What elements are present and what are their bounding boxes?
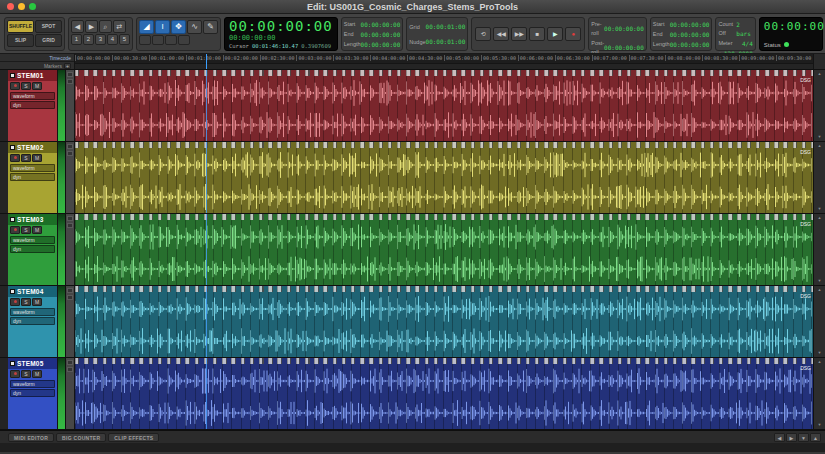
record-enable-button[interactable]	[10, 226, 20, 234]
sub-counter-value[interactable]: 00:00:00:00	[229, 34, 333, 42]
solo-button[interactable]: S	[21, 82, 31, 90]
automation-mode-selector[interactable]: dyn	[10, 173, 55, 181]
solo-button[interactable]: S	[21, 154, 31, 162]
main-counter-value[interactable]: 00:00:00:00	[229, 19, 333, 34]
play-button[interactable]: ▶	[547, 27, 563, 41]
markers-ruler[interactable]	[75, 63, 813, 69]
countoff-value[interactable]: 2 bars	[736, 20, 753, 38]
horizontal-zoom-out-icon[interactable]: ▼	[798, 433, 809, 442]
automation-mode-selector[interactable]: dyn	[10, 245, 55, 253]
track-header[interactable]: STEM02 S M waveform dyn	[8, 142, 58, 213]
track-header[interactable]: STEM04 S M waveform dyn	[8, 286, 58, 357]
track-select-chip[interactable]	[10, 73, 15, 78]
track-up-icon[interactable]: ▲	[818, 288, 822, 292]
track-down-icon[interactable]: ▼	[818, 423, 822, 427]
mute-button[interactable]: M	[32, 370, 42, 378]
track-down-icon[interactable]: ▼	[818, 351, 822, 355]
zoom-preset-button[interactable]: 5	[119, 34, 130, 45]
track-select-chip[interactable]	[10, 217, 15, 222]
track-up-icon[interactable]: ▲	[818, 144, 822, 148]
zoom-window-button[interactable]	[29, 3, 36, 10]
selector-tool-icon[interactable]: I	[155, 20, 170, 34]
timecode-ruler-label[interactable]: Timecode	[49, 55, 71, 61]
automation-mode-selector[interactable]: dyn	[10, 101, 55, 109]
track-controls-column[interactable]	[66, 142, 75, 213]
scroll-right-icon[interactable]: ▶	[786, 433, 797, 442]
spot-mode-button[interactable]: SPOT	[35, 20, 62, 33]
track-down-icon[interactable]: ▼	[818, 207, 822, 211]
minimize-window-button[interactable]	[18, 3, 25, 10]
track-view-selector[interactable]: waveform	[10, 164, 55, 172]
track-view-selector[interactable]: waveform	[10, 236, 55, 244]
transport-start-value[interactable]: 00:00:00:00	[670, 20, 710, 29]
bottom-tab-big-counter[interactable]: BIG COUNTER	[56, 433, 106, 442]
tool-option-button[interactable]	[165, 35, 177, 45]
record-enable-button[interactable]	[10, 82, 20, 90]
shuffle-mode-button[interactable]: SHUFFLE	[7, 20, 34, 33]
track-lane[interactable]: DSG	[75, 214, 813, 285]
track-controls-column[interactable]	[66, 286, 75, 357]
solo-button[interactable]: S	[21, 226, 31, 234]
track-height-controls[interactable]: ▲ ▼	[813, 142, 825, 213]
transport-length-value[interactable]: 00:00:00:00	[670, 40, 710, 49]
track-view-selector[interactable]: waveform	[10, 308, 55, 316]
record-enable-button[interactable]	[10, 154, 20, 162]
bottom-tab-clip-effects[interactable]: CLIP EFFECTS	[108, 433, 159, 442]
track-height-controls[interactable]: ▲ ▼	[813, 70, 825, 141]
track-up-icon[interactable]: ▲	[818, 360, 822, 364]
track-name-bar[interactable]: STEM05	[8, 358, 57, 369]
track-lane[interactable]: DSG	[75, 70, 813, 141]
track-controls-column[interactable]	[66, 358, 75, 429]
stop-button[interactable]: ■	[529, 27, 545, 41]
transport-end-value[interactable]: 00:00:00:00	[670, 30, 710, 39]
track-height-controls[interactable]: ▲ ▼	[813, 214, 825, 285]
link-timeline-icon[interactable]: ⇄	[113, 20, 126, 33]
close-window-button[interactable]	[7, 3, 14, 10]
record-enable-button[interactable]	[10, 370, 20, 378]
trim-tool-icon[interactable]: ◢	[139, 20, 154, 34]
tool-option-button[interactable]	[178, 35, 190, 45]
tool-option-button[interactable]	[152, 35, 164, 45]
track-name-bar[interactable]: STEM03	[8, 214, 57, 225]
track-header[interactable]: STEM03 S M waveform dyn	[8, 214, 58, 285]
postroll-value[interactable]: 00:00:00:00	[604, 43, 644, 52]
track-height-controls[interactable]: ▲ ▼	[813, 358, 825, 429]
bottom-tab-midi-editor[interactable]: MIDI EDITOR	[8, 433, 54, 442]
track-lane[interactable]: DSG	[75, 358, 813, 429]
timecode-ruler[interactable]: 00:00:00:0000:00:30:0000:01:00:0000:01:3…	[75, 54, 813, 63]
zoom-preset-button[interactable]: 2	[83, 34, 94, 45]
slip-mode-button[interactable]: SLIP	[7, 34, 34, 47]
zoomer-tool-icon[interactable]: ⌕	[99, 20, 112, 33]
rewind-button[interactable]: ◀◀	[493, 27, 509, 41]
solo-button[interactable]: S	[21, 370, 31, 378]
playhead-marker[interactable]	[206, 54, 207, 69]
track-name-bar[interactable]: STEM04	[8, 286, 57, 297]
track-name-bar[interactable]: STEM01	[8, 70, 57, 81]
zoom-preset-button[interactable]: 4	[107, 34, 118, 45]
track-name-bar[interactable]: STEM02	[8, 142, 57, 153]
timeline-ruler[interactable]: 00:00:00:0000:00:30:0000:01:00:0000:01:3…	[75, 54, 813, 69]
zoom-out-icon[interactable]: ◀	[71, 20, 84, 33]
track-lane[interactable]: DSG	[75, 286, 813, 357]
automation-mode-selector[interactable]: dyn	[10, 389, 55, 397]
track-down-icon[interactable]: ▼	[818, 135, 822, 139]
zoom-preset-button[interactable]: 1	[71, 34, 82, 45]
track-select-chip[interactable]	[10, 289, 15, 294]
selection-end-value[interactable]: 00:00:00:00	[361, 30, 401, 39]
automation-mode-selector[interactable]: dyn	[10, 317, 55, 325]
mute-button[interactable]: M	[32, 226, 42, 234]
markers-ruler-label[interactable]: Markers	[44, 63, 62, 69]
meter-value[interactable]: 4/4	[742, 39, 753, 48]
preroll-value[interactable]: 00:00:00:00	[604, 24, 644, 33]
track-header[interactable]: STEM01 S M waveform dyn	[8, 70, 58, 141]
track-up-icon[interactable]: ▲	[818, 72, 822, 76]
track-height-controls[interactable]: ▲ ▼	[813, 286, 825, 357]
track-controls-column[interactable]	[66, 214, 75, 285]
scroll-left-icon[interactable]: ◀	[774, 433, 785, 442]
nudge-value[interactable]: 00:00:01:00	[426, 35, 466, 49]
track-controls-column[interactable]	[66, 70, 75, 141]
scrub-tool-icon[interactable]: ∿	[187, 20, 202, 34]
grid-value[interactable]: 00:00:01:00	[426, 20, 466, 34]
record-button[interactable]: ●	[565, 27, 581, 41]
horizontal-zoom-in-icon[interactable]: ▲	[810, 433, 821, 442]
